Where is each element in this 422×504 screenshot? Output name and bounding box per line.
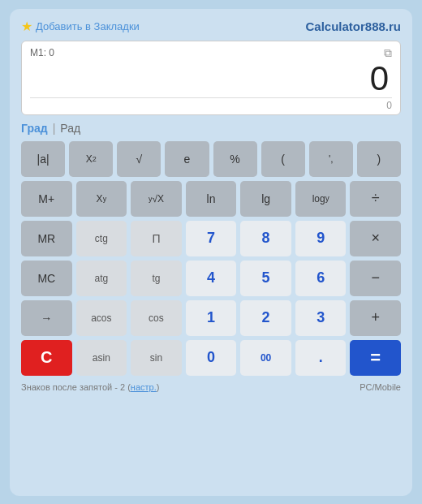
6-button[interactable]: 6 xyxy=(295,261,347,296)
rad-mode-button[interactable]: Рад xyxy=(60,122,80,135)
copy-icon[interactable]: ⧉ xyxy=(384,46,392,60)
footer-right-label: ) xyxy=(157,382,160,392)
percent-button[interactable]: % xyxy=(213,141,257,177)
top-bar: ★ Добавить в Закладки Calculator888.ru xyxy=(21,19,401,34)
settings-link[interactable]: настр. xyxy=(131,382,157,392)
x-pow-y-button[interactable]: Xy xyxy=(76,181,127,217)
display-area: M1: 0 ⧉ 0 0 xyxy=(21,41,401,115)
8-button[interactable]: 8 xyxy=(240,221,291,256)
footer-right: PC/Mobile xyxy=(360,382,401,392)
ln-button[interactable]: ln xyxy=(186,181,237,217)
display-secondary-value: 0 xyxy=(30,97,392,111)
lg-button[interactable]: lg xyxy=(240,181,291,217)
open-paren-button[interactable]: ( xyxy=(261,141,305,177)
display-main-value: 0 xyxy=(30,60,392,97)
3-button[interactable]: 3 xyxy=(295,300,347,336)
e-button[interactable]: e xyxy=(165,141,209,177)
2-button[interactable]: 2 xyxy=(240,300,291,336)
bookmark-label: Добавить в Закладки xyxy=(36,20,140,32)
angle-separator: | xyxy=(53,122,56,135)
m-plus-button[interactable]: M+ xyxy=(21,181,72,217)
site-title: Calculator888.ru xyxy=(305,19,401,33)
btn-row-4: MC atg tg 4 5 6 − xyxy=(21,261,401,296)
memory-label: M1: 0 xyxy=(30,47,54,58)
pi-button[interactable]: П xyxy=(131,221,182,256)
4-button[interactable]: 4 xyxy=(186,261,237,296)
multiply-button[interactable]: × xyxy=(350,221,401,256)
ctg-button[interactable]: ctg xyxy=(76,221,127,256)
mr-button[interactable]: MR xyxy=(21,221,72,256)
arrow-button[interactable]: → xyxy=(21,300,72,336)
asin-button[interactable]: asin xyxy=(76,340,127,376)
1-button[interactable]: 1 xyxy=(186,300,237,336)
sin-button[interactable]: sin xyxy=(131,340,182,376)
clear-button[interactable]: C xyxy=(21,340,72,376)
logy-button[interactable]: logy xyxy=(295,181,347,217)
00-button[interactable]: 00 xyxy=(240,340,291,376)
star-icon: ★ xyxy=(21,19,32,34)
grad-mode-button[interactable]: Град xyxy=(21,122,48,135)
footer-left-text: Знаков после запятой - 2 ( xyxy=(21,382,131,392)
buttons-grid: |a| X2 √ e % ( ', ) M+ Xy y√X ln lg logy… xyxy=(21,141,401,376)
angle-mode: Град | Рад xyxy=(21,122,401,135)
x-squared-button[interactable]: X2 xyxy=(69,141,113,177)
abs-button[interactable]: |a| xyxy=(21,141,65,177)
close-paren-button[interactable]: ) xyxy=(357,141,401,177)
5-button[interactable]: 5 xyxy=(240,261,291,296)
9-button[interactable]: 9 xyxy=(295,221,347,256)
atg-button[interactable]: atg xyxy=(76,261,127,296)
btn-row-5: → acos cos 1 2 3 + xyxy=(21,300,401,336)
sqrt-button[interactable]: √ xyxy=(117,141,161,177)
mc-button[interactable]: MC xyxy=(21,261,72,296)
tg-button[interactable]: tg xyxy=(131,261,182,296)
dot-button[interactable]: . xyxy=(295,340,347,376)
y-root-x-button[interactable]: y√X xyxy=(131,181,182,217)
plus-button[interactable]: + xyxy=(350,300,401,336)
footer-left: Знаков после запятой - 2 (настр.) xyxy=(21,382,159,392)
footer: Знаков после запятой - 2 (настр.) PC/Mob… xyxy=(21,382,401,392)
comma-button[interactable]: ', xyxy=(309,141,353,177)
divide-button[interactable]: ÷ xyxy=(350,181,401,217)
7-button[interactable]: 7 xyxy=(186,221,237,256)
btn-row-1: |a| X2 √ e % ( ', ) xyxy=(21,141,401,177)
0-button[interactable]: 0 xyxy=(186,340,237,376)
bookmark-link[interactable]: ★ Добавить в Закладки xyxy=(21,19,140,34)
equals-button[interactable]: = xyxy=(350,340,401,376)
cos-button[interactable]: cos xyxy=(131,300,182,336)
calculator: ★ Добавить в Закладки Calculator888.ru M… xyxy=(10,9,412,496)
display-mem-row: M1: 0 ⧉ xyxy=(30,46,392,60)
btn-row-6: C asin sin 0 00 . = xyxy=(21,340,401,376)
btn-row-3: MR ctg П 7 8 9 × xyxy=(21,221,401,256)
acos-button[interactable]: acos xyxy=(76,300,127,336)
minus-button[interactable]: − xyxy=(350,261,401,296)
btn-row-2: M+ Xy y√X ln lg logy ÷ xyxy=(21,181,401,217)
